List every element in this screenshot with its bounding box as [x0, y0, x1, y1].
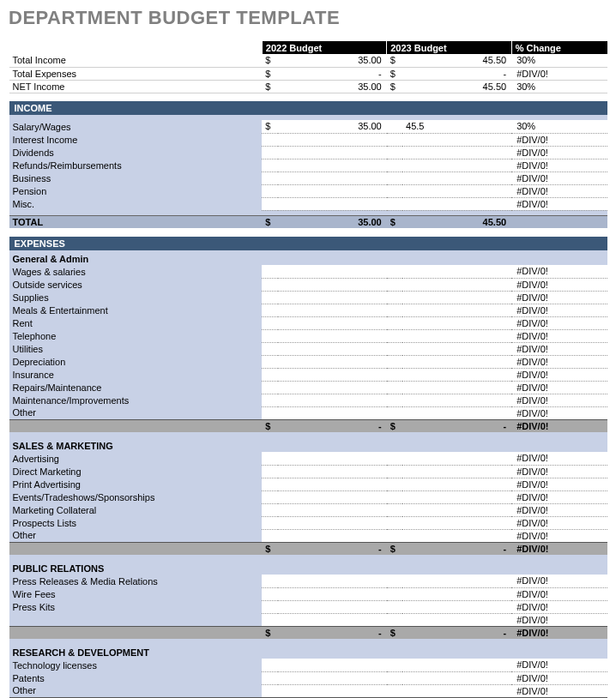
expense-cell[interactable]: [402, 575, 511, 587]
expense-cell[interactable]: [387, 355, 402, 368]
income-cell[interactable]: [402, 159, 511, 171]
expense-cell[interactable]: [278, 600, 387, 613]
expense-cell[interactable]: [278, 316, 387, 329]
expense-cell[interactable]: [387, 613, 402, 626]
expense-cell[interactable]: [387, 406, 402, 419]
expense-cell[interactable]: [387, 587, 402, 600]
expense-cell[interactable]: [278, 465, 387, 478]
expense-cell[interactable]: [402, 452, 511, 465]
expense-cell[interactable]: [402, 316, 511, 329]
expense-cell[interactable]: [278, 478, 387, 490]
expense-cell[interactable]: [387, 329, 402, 342]
income-cell[interactable]: [402, 184, 511, 197]
income-cell[interactable]: $: [262, 120, 277, 133]
expense-cell[interactable]: [402, 478, 511, 490]
expense-cell[interactable]: [402, 329, 511, 342]
expense-cell[interactable]: [262, 368, 277, 381]
expense-cell[interactable]: [402, 659, 511, 671]
income-cell[interactable]: [278, 184, 387, 197]
expense-cell[interactable]: [278, 503, 387, 516]
expense-cell[interactable]: [278, 265, 387, 278]
income-cell[interactable]: [402, 197, 511, 210]
income-cell[interactable]: [278, 133, 387, 146]
expense-cell[interactable]: [278, 329, 387, 342]
income-cell[interactable]: [262, 133, 277, 146]
expense-cell[interactable]: [402, 684, 511, 697]
expense-cell[interactable]: [262, 478, 277, 490]
expense-cell[interactable]: [278, 342, 387, 355]
expense-cell[interactable]: [262, 529, 277, 542]
expense-cell[interactable]: [278, 452, 387, 465]
expense-cell[interactable]: [402, 368, 511, 381]
expense-cell[interactable]: [262, 452, 277, 465]
expense-cell[interactable]: [402, 291, 511, 304]
expense-cell[interactable]: [387, 600, 402, 613]
expense-cell[interactable]: [278, 368, 387, 381]
expense-cell[interactable]: [278, 381, 387, 394]
expense-cell[interactable]: [278, 671, 387, 684]
expense-cell[interactable]: [262, 490, 277, 503]
expense-cell[interactable]: [278, 291, 387, 304]
income-cell[interactable]: 35.00: [278, 120, 387, 133]
income-cell[interactable]: [387, 133, 402, 146]
expense-cell[interactable]: [278, 613, 387, 626]
expense-cell[interactable]: [402, 265, 511, 278]
expense-cell[interactable]: [387, 575, 402, 587]
expense-cell[interactable]: [402, 529, 511, 542]
income-cell[interactable]: [387, 159, 402, 171]
expense-cell[interactable]: [278, 587, 387, 600]
income-cell[interactable]: [402, 133, 511, 146]
expense-cell[interactable]: [262, 465, 277, 478]
expense-cell[interactable]: [387, 394, 402, 406]
expense-cell[interactable]: [278, 304, 387, 316]
expense-cell[interactable]: [262, 684, 277, 697]
expense-cell[interactable]: [262, 291, 277, 304]
expense-cell[interactable]: [402, 516, 511, 529]
income-cell[interactable]: [278, 146, 387, 159]
expense-cell[interactable]: [387, 368, 402, 381]
income-cell[interactable]: [387, 197, 402, 210]
income-cell[interactable]: [387, 120, 402, 133]
expense-cell[interactable]: [402, 355, 511, 368]
expense-cell[interactable]: [387, 529, 402, 542]
expense-cell[interactable]: [262, 355, 277, 368]
income-cell[interactable]: [278, 159, 387, 171]
expense-cell[interactable]: [387, 684, 402, 697]
expense-cell[interactable]: [402, 587, 511, 600]
expense-cell[interactable]: [262, 329, 277, 342]
expense-cell[interactable]: [387, 659, 402, 671]
expense-cell[interactable]: [387, 304, 402, 316]
expense-cell[interactable]: [402, 278, 511, 291]
expense-cell[interactable]: [262, 278, 277, 291]
expense-cell[interactable]: [387, 291, 402, 304]
income-cell[interactable]: [402, 171, 511, 184]
expense-cell[interactable]: [387, 516, 402, 529]
expense-cell[interactable]: [278, 278, 387, 291]
expense-cell[interactable]: [402, 613, 511, 626]
expense-cell[interactable]: [262, 342, 277, 355]
expense-cell[interactable]: [402, 342, 511, 355]
expense-cell[interactable]: [387, 342, 402, 355]
income-cell[interactable]: [262, 197, 277, 210]
expense-cell[interactable]: [278, 684, 387, 697]
expense-cell[interactable]: [402, 490, 511, 503]
expense-cell[interactable]: [262, 503, 277, 516]
expense-cell[interactable]: [262, 406, 277, 419]
income-cell[interactable]: [262, 159, 277, 171]
income-cell[interactable]: [278, 171, 387, 184]
income-cell[interactable]: [387, 146, 402, 159]
expense-cell[interactable]: [278, 490, 387, 503]
expense-cell[interactable]: [402, 304, 511, 316]
expense-cell[interactable]: [262, 516, 277, 529]
expense-cell[interactable]: [402, 381, 511, 394]
expense-cell[interactable]: [387, 381, 402, 394]
expense-cell[interactable]: [387, 278, 402, 291]
expense-cell[interactable]: [262, 265, 277, 278]
expense-cell[interactable]: [278, 394, 387, 406]
expense-cell[interactable]: [278, 575, 387, 587]
expense-cell[interactable]: [402, 406, 511, 419]
expense-cell[interactable]: [278, 406, 387, 419]
expense-cell[interactable]: [387, 465, 402, 478]
income-cell[interactable]: 45.5: [402, 120, 511, 133]
expense-cell[interactable]: [278, 659, 387, 671]
